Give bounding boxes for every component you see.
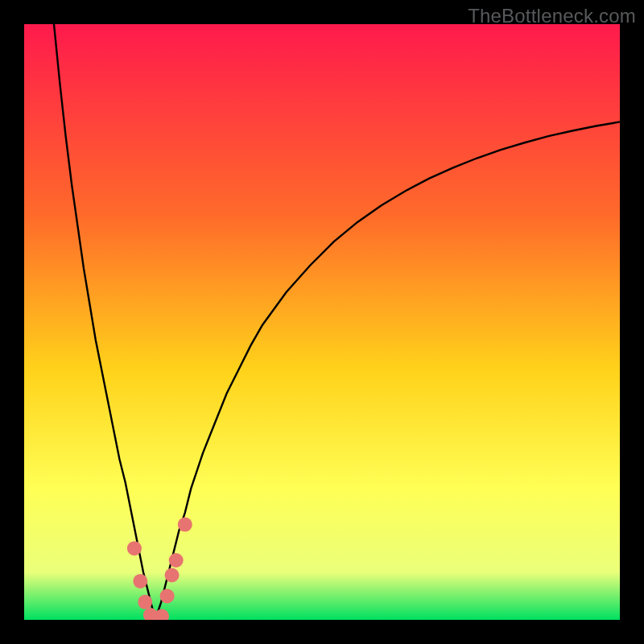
data-marker-2 — [138, 595, 152, 609]
data-marker-0 — [127, 541, 142, 555]
data-marker-1 — [133, 574, 147, 588]
data-marker-7 — [165, 568, 180, 583]
bottleneck-chart — [24, 24, 620, 620]
outer-frame: TheBottleneck.com — [0, 0, 644, 644]
data-marker-9 — [178, 518, 192, 532]
data-marker-6 — [160, 588, 175, 603]
gradient-background — [24, 24, 620, 620]
data-marker-8 — [169, 553, 184, 568]
